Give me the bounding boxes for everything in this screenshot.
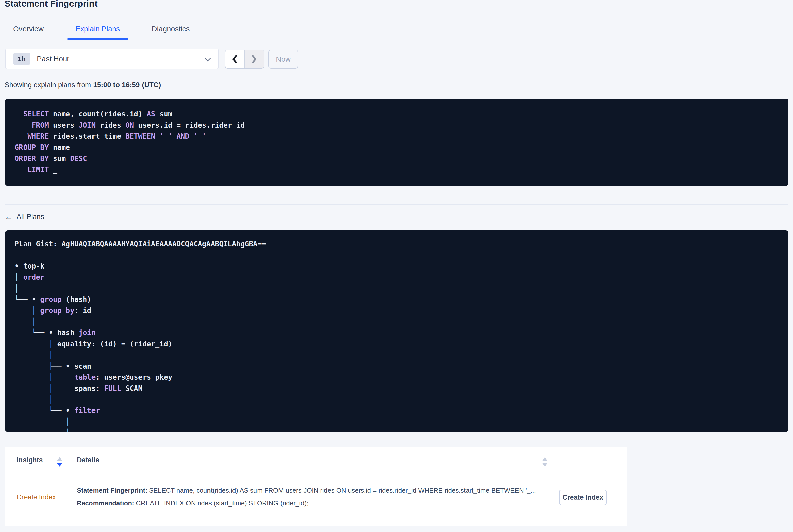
code-token: FROM bbox=[15, 121, 49, 129]
back-arrow-icon: ← bbox=[4, 213, 13, 221]
code-token: └── • hash bbox=[15, 329, 79, 337]
column-header-insights[interactable]: Insights bbox=[17, 456, 43, 467]
code-line: │ order bbox=[15, 272, 789, 283]
code-token: │ bbox=[15, 351, 53, 359]
code-line: │ bbox=[15, 349, 789, 361]
code-token: join bbox=[79, 329, 96, 337]
column-header-details[interactable]: Details bbox=[77, 456, 99, 467]
code-token: group by bbox=[40, 306, 74, 315]
chevron-down-icon bbox=[205, 56, 211, 62]
tab-diagnostics[interactable]: Diagnostics bbox=[144, 19, 198, 39]
code-line: │ spans: FULL SCAN bbox=[15, 383, 789, 394]
code-token: name bbox=[49, 143, 70, 152]
sort-asc-icon bbox=[57, 457, 62, 461]
code-line: WHERE rides.start_time BETWEEN '_' AND '… bbox=[15, 131, 789, 142]
code-line: │ bbox=[15, 428, 789, 432]
code-token: BETWEEN bbox=[125, 132, 155, 140]
code-token: name, count(rides.id) bbox=[49, 110, 147, 118]
code-token: LIMIT bbox=[15, 166, 49, 174]
sort-toggle-insights[interactable] bbox=[57, 457, 62, 467]
code-token: rides bbox=[96, 121, 125, 129]
code-line: │ table: users@users_pkey bbox=[15, 372, 789, 383]
code-token bbox=[189, 132, 193, 140]
code-line: └── • group (hash) bbox=[15, 294, 789, 305]
prev-time-button[interactable] bbox=[225, 50, 244, 68]
insight-type-label: Create Index bbox=[17, 493, 56, 501]
statement-fingerprint-page: Statement Fingerprint Overview Explain P… bbox=[0, 0, 793, 532]
time-pager bbox=[225, 50, 264, 69]
sort-asc-icon bbox=[542, 457, 548, 461]
code-token: sum bbox=[155, 110, 172, 118]
create-index-button[interactable]: Create Index bbox=[559, 490, 606, 505]
showing-range-prefix: Showing explain plans from bbox=[4, 81, 93, 89]
code-line: │ group by: id bbox=[15, 305, 789, 316]
code-token: users bbox=[49, 121, 79, 129]
code-line: │ bbox=[15, 283, 789, 294]
code-token: │ bbox=[15, 395, 53, 404]
code-token: ' bbox=[159, 132, 164, 140]
code-line: FROM users JOIN rides ON users.id = ride… bbox=[15, 120, 789, 131]
code-token: _ bbox=[164, 132, 168, 140]
code-line: │ equality: (id) = (rider_id) bbox=[15, 339, 789, 349]
code-token: └── • bbox=[15, 406, 74, 415]
code-token: users.id = rides.rider_id bbox=[134, 121, 245, 129]
row-statement-fingerprint: Statement Fingerprint: SELECT name, coun… bbox=[77, 486, 544, 495]
sort-desc-icon bbox=[57, 463, 62, 467]
code-token: │ bbox=[15, 418, 70, 426]
table-header-divider bbox=[12, 476, 619, 476]
sort-toggle-details[interactable] bbox=[542, 457, 548, 467]
code-token: └── • bbox=[15, 295, 40, 304]
all-plans-link[interactable]: ← All Plans bbox=[4, 213, 44, 221]
row-recommendation: Recommendation: CREATE INDEX ON rides (s… bbox=[77, 499, 544, 508]
code-token: (hash) bbox=[61, 295, 91, 304]
next-time-button[interactable] bbox=[244, 50, 264, 68]
code-token: │ bbox=[15, 318, 36, 326]
tab-bar: Overview Explain Plans Diagnostics bbox=[4, 19, 793, 39]
now-button[interactable]: Now bbox=[268, 50, 298, 69]
code-token bbox=[172, 132, 177, 140]
code-token: sum bbox=[49, 154, 70, 163]
code-line: ├── • scan bbox=[15, 361, 789, 372]
code-token: FULL bbox=[104, 384, 121, 393]
showing-range-text: Showing explain plans from 15:00 to 16:5… bbox=[4, 81, 161, 89]
code-token bbox=[155, 132, 159, 140]
code-token: ' bbox=[193, 132, 198, 140]
code-line: • top-k bbox=[15, 261, 789, 272]
statement-fingerprint-value: SELECT name, count(rides.id) AS sum FROM… bbox=[147, 487, 536, 494]
sort-desc-icon bbox=[542, 463, 548, 467]
recommendation-label: Recommendation: bbox=[77, 499, 134, 507]
code-token: GROUP BY bbox=[15, 143, 49, 152]
code-line: │ bbox=[15, 416, 789, 428]
code-line: Plan Gist: AgHUAQIABQAAAAHYAQIAiAEAAAADC… bbox=[15, 239, 789, 250]
time-range-label: Past Hour bbox=[37, 55, 70, 63]
code-token: table bbox=[74, 373, 96, 381]
code-line: SELECT name, count(rides.id) AS sum bbox=[15, 109, 789, 120]
tab-overview[interactable]: Overview bbox=[5, 19, 52, 39]
code-token: WHERE bbox=[15, 132, 49, 140]
chevron-right-icon bbox=[251, 54, 258, 64]
code-line: └── • filter bbox=[15, 405, 789, 416]
chevron-left-icon bbox=[231, 54, 238, 64]
table-row-divider bbox=[12, 518, 619, 518]
code-token: ├── • scan bbox=[15, 362, 91, 370]
code-line bbox=[15, 250, 789, 261]
tab-explain-plans[interactable]: Explain Plans bbox=[68, 19, 128, 39]
code-token: ' bbox=[168, 132, 172, 140]
code-token: DESC bbox=[70, 154, 87, 163]
code-token: filter bbox=[74, 406, 100, 415]
time-range-select[interactable]: 1h Past Hour bbox=[5, 49, 219, 69]
code-line: ORDER BY sum DESC bbox=[15, 153, 789, 164]
insights-card: Insights Details Create Index Statement … bbox=[4, 447, 627, 526]
time-range-badge: 1h bbox=[13, 53, 30, 65]
code-token: ' bbox=[202, 132, 206, 140]
code-token: │ bbox=[15, 273, 23, 281]
code-token: │ bbox=[15, 284, 19, 292]
code-token: │ bbox=[15, 373, 74, 381]
code-line: └── • hash join bbox=[15, 327, 789, 339]
code-token: rides.start_time bbox=[49, 132, 125, 140]
code-token: Plan Gist: AgHUAQIABQAAAAHYAQIAiAEAAAADC… bbox=[15, 240, 266, 248]
page-title: Statement Fingerprint bbox=[4, 0, 97, 8]
code-token: ON bbox=[125, 121, 134, 129]
code-token: order bbox=[23, 273, 44, 281]
code-line: │ bbox=[15, 394, 789, 405]
